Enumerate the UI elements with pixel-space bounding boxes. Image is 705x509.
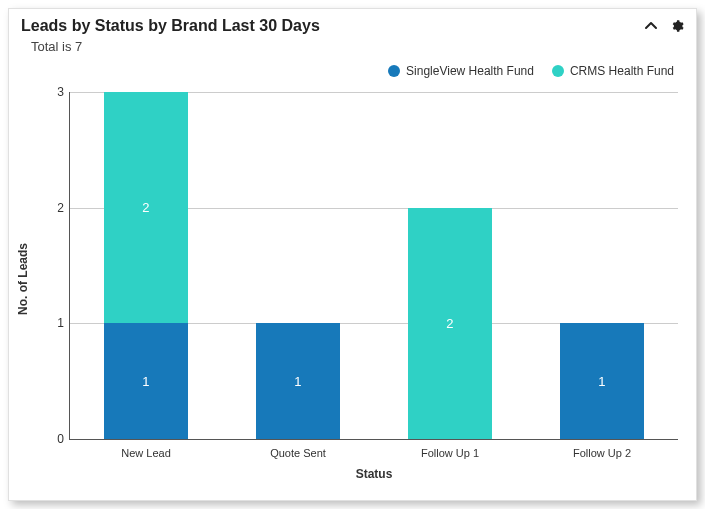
header-actions <box>644 19 684 33</box>
y-tick-label: 3 <box>46 85 64 99</box>
plot-area: Status 0123New Lead12Quote Sent1Follow U… <box>69 92 678 440</box>
legend-label: CRMS Health Fund <box>570 64 674 78</box>
gear-icon[interactable] <box>670 19 684 33</box>
bar[interactable]: 12 <box>104 92 188 439</box>
y-tick-label: 0 <box>46 432 64 446</box>
x-tick-label: Follow Up 2 <box>573 447 631 459</box>
total-label: Total is 7 <box>9 39 696 58</box>
bar-segment: 1 <box>560 323 644 439</box>
legend-item[interactable]: CRMS Health Fund <box>552 64 674 78</box>
card-header: Leads by Status by Brand Last 30 Days <box>9 9 696 39</box>
legend-item[interactable]: SingleView Health Fund <box>388 64 534 78</box>
bar-segment: 2 <box>104 92 188 323</box>
chart-card: Leads by Status by Brand Last 30 Days To… <box>8 8 697 501</box>
bar-segment: 2 <box>408 208 492 439</box>
bar[interactable]: 2 <box>408 208 492 439</box>
legend: SingleView Health Fund CRMS Health Fund <box>388 64 674 78</box>
bar[interactable]: 1 <box>256 323 340 439</box>
card-title: Leads by Status by Brand Last 30 Days <box>21 17 644 35</box>
y-axis-label: No. of Leads <box>16 243 30 315</box>
x-tick-label: Quote Sent <box>270 447 326 459</box>
y-tick-label: 2 <box>46 201 64 215</box>
legend-swatch <box>552 65 564 77</box>
bar-segment: 1 <box>104 323 188 439</box>
chart-area: SingleView Health Fund CRMS Health Fund … <box>9 58 696 500</box>
collapse-icon[interactable] <box>644 19 658 33</box>
legend-label: SingleView Health Fund <box>406 64 534 78</box>
x-tick-label: Follow Up 1 <box>421 447 479 459</box>
bar[interactable]: 1 <box>560 323 644 439</box>
y-tick-label: 1 <box>46 316 64 330</box>
bar-segment: 1 <box>256 323 340 439</box>
legend-swatch <box>388 65 400 77</box>
x-axis-label: Status <box>356 467 393 481</box>
x-tick-label: New Lead <box>121 447 171 459</box>
